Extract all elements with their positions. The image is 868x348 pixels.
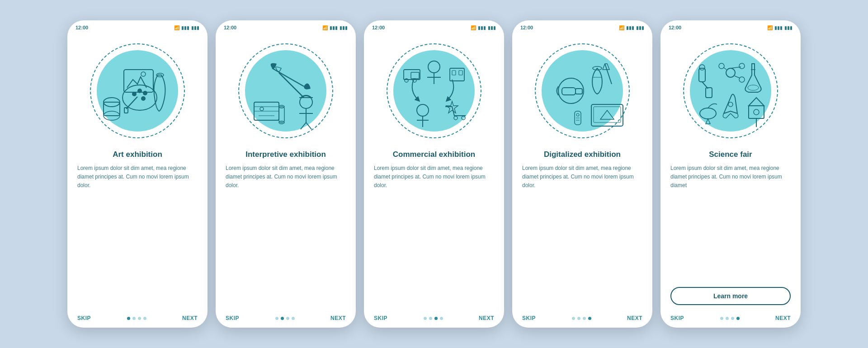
- next-button-3[interactable]: NEXT: [479, 315, 494, 321]
- svg-point-39: [417, 104, 429, 116]
- svg-line-14: [279, 73, 304, 98]
- phone-desc-2: Lorem ipsum dolor sit dim amet, mea regi…: [226, 164, 346, 307]
- svg-point-8: [141, 72, 146, 76]
- signal-icon-2: ▮▮▮: [330, 25, 338, 30]
- status-icons-4: 📶 ▮▮▮ ▮▮▮: [619, 25, 644, 30]
- commercial-svg: [382, 39, 486, 143]
- phone-interpretive-exhibition: 12:00 📶 ▮▮▮ ▮▮▮: [216, 20, 356, 328]
- next-button-2[interactable]: NEXT: [330, 315, 346, 321]
- status-icons-5: 📶 ▮▮▮ ▮▮▮: [767, 25, 793, 30]
- dot-4-2: [577, 317, 580, 320]
- svg-rect-46: [562, 88, 576, 95]
- wifi-icon-2: 📶: [322, 25, 328, 30]
- next-button-5[interactable]: NEXT: [775, 315, 791, 321]
- phone-title-5: Science fair: [670, 150, 791, 160]
- svg-point-43: [462, 116, 465, 120]
- dot-2-3: [286, 317, 289, 320]
- svg-point-42: [454, 116, 458, 120]
- skip-button-2[interactable]: SKIP: [226, 315, 239, 321]
- phone-desc-4: Lorem ipsum dolor sit dim amet, mea regi…: [522, 164, 642, 307]
- dot-2-2: [281, 317, 284, 320]
- dot-3-4: [440, 317, 443, 320]
- svg-rect-61: [706, 88, 712, 98]
- skip-button-3[interactable]: SKIP: [374, 315, 387, 321]
- dot-5-4: [736, 317, 740, 320]
- status-time-1: 12:00: [75, 25, 88, 30]
- battery-icon-5: ▮▮▮: [784, 25, 793, 30]
- phone-content-2: Interpretive exhibition Lorem ipsum dolo…: [216, 150, 356, 311]
- dot-5-1: [720, 317, 723, 320]
- phone-nav-5: SKIP NEXT: [660, 311, 801, 328]
- status-bar-5: 12:00 📶 ▮▮▮ ▮▮▮: [660, 20, 801, 32]
- svg-line-13: [272, 68, 304, 86]
- skip-button-4[interactable]: SKIP: [522, 315, 536, 321]
- phone-commercial-exhibition: 12:00 📶 ▮▮▮ ▮▮▮: [364, 20, 504, 328]
- skip-button-5[interactable]: SKIP: [670, 315, 684, 321]
- phone-nav-2: SKIP NEXT: [216, 311, 356, 328]
- phone-title-4: Digitalized exhibition: [522, 150, 642, 160]
- svg-point-76: [754, 109, 759, 115]
- svg-line-5: [126, 97, 137, 109]
- signal-icon-1: ▮▮▮: [181, 25, 189, 30]
- wifi-icon-4: 📶: [619, 25, 624, 30]
- dot-1-2: [132, 317, 136, 320]
- svg-rect-52: [591, 104, 623, 126]
- nav-dots-4: [572, 317, 591, 320]
- svg-point-72: [700, 108, 716, 119]
- dot-1-1: [127, 317, 130, 320]
- status-bar-4: 12:00 📶 ▮▮▮ ▮▮▮: [512, 20, 652, 32]
- illustration-art: [67, 32, 208, 150]
- dot-1-3: [138, 317, 141, 320]
- phone-desc-5: Lorem ipsum dolor sit dim amet, mea regi…: [670, 164, 791, 283]
- wifi-icon-1: 📶: [174, 25, 179, 30]
- illustration-digitalized: [512, 32, 652, 150]
- phone-content-1: Art exhibition Lorem ipsum dolor sit dim…: [67, 150, 208, 311]
- status-time-3: 12:00: [372, 25, 385, 30]
- svg-point-73: [728, 102, 733, 107]
- phone-nav-4: SKIP NEXT: [512, 311, 652, 328]
- illustration-science: [660, 32, 801, 150]
- next-button-4[interactable]: NEXT: [627, 315, 642, 321]
- svg-line-68: [723, 67, 726, 70]
- status-icons-2: 📶 ▮▮▮ ▮▮▮: [322, 25, 348, 30]
- dot-4-4: [588, 317, 591, 320]
- phone-title-3: Commercial exhibition: [374, 150, 494, 160]
- dot-1-4: [143, 317, 146, 320]
- phone-content-3: Commercial exhibition Lorem ipsum dolor …: [364, 150, 504, 311]
- science-svg: [679, 39, 783, 143]
- svg-line-69: [735, 76, 740, 78]
- skip-button-1[interactable]: SKIP: [77, 315, 91, 321]
- status-icons-1: 📶 ▮▮▮ ▮▮▮: [174, 25, 199, 30]
- svg-rect-32: [404, 70, 420, 80]
- nav-dots-1: [127, 317, 146, 320]
- art-svg: [85, 39, 189, 143]
- svg-line-23: [301, 122, 306, 129]
- dot-4-1: [572, 317, 575, 320]
- svg-point-19: [260, 107, 264, 111]
- nav-dots-2: [275, 317, 295, 320]
- next-button-1[interactable]: NEXT: [182, 315, 198, 321]
- battery-icon-3: ▮▮▮: [488, 25, 496, 30]
- dot-2-1: [275, 317, 278, 320]
- svg-rect-53: [594, 107, 621, 122]
- dot-3-1: [424, 317, 427, 320]
- status-icons-3: 📶 ▮▮▮ ▮▮▮: [471, 25, 496, 30]
- svg-rect-33: [411, 72, 419, 79]
- illustration-commercial: [364, 32, 504, 150]
- svg-rect-10: [104, 102, 120, 116]
- signal-icon-4: ▮▮▮: [626, 25, 634, 30]
- dot-4-3: [583, 317, 586, 320]
- dot-5-3: [731, 317, 734, 320]
- wifi-icon-3: 📶: [471, 25, 476, 30]
- svg-rect-38: [459, 71, 462, 75]
- dot-3-3: [434, 317, 438, 320]
- learn-more-button[interactable]: Learn more: [670, 287, 791, 305]
- svg-point-4: [141, 96, 146, 101]
- svg-point-29: [428, 61, 440, 73]
- svg-point-3: [143, 91, 147, 95]
- phone-art-exhibition: 12:00 📶 ▮▮▮ ▮▮▮: [67, 20, 208, 328]
- interpretive-svg: [234, 39, 338, 143]
- phone-content-4: Digitalized exhibition Lorem ipsum dolor…: [512, 150, 652, 311]
- svg-line-24: [306, 122, 311, 129]
- svg-point-71: [748, 85, 759, 90]
